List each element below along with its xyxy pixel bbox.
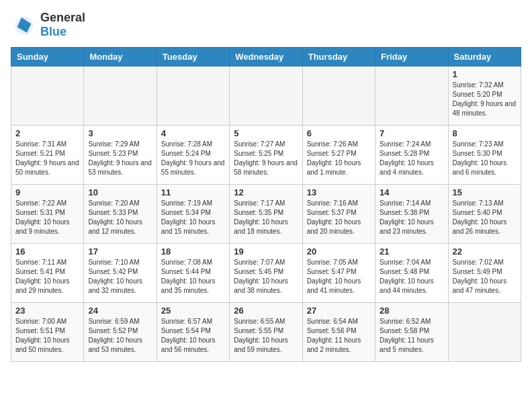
day-info: Sunrise: 7:24 AM Sunset: 5:28 PM Dayligh… (380, 140, 443, 177)
day-number: 16 (15, 246, 79, 257)
day-number: 12 (234, 187, 298, 197)
logo-svg-icon (11, 12, 38, 39)
day-info: Sunrise: 7:20 AM Sunset: 5:33 PM Dayligh… (88, 199, 152, 236)
day-info: Sunrise: 7:16 AM Sunset: 5:37 PM Dayligh… (307, 199, 371, 236)
day-info: Sunrise: 7:14 AM Sunset: 5:38 PM Dayligh… (380, 199, 443, 236)
logo-blue-label: Blue (40, 25, 85, 39)
calendar-week-row: 2Sunrise: 7:31 AM Sunset: 5:21 PM Daylig… (11, 126, 521, 185)
day-number: 6 (307, 128, 371, 138)
day-info: Sunrise: 6:59 AM Sunset: 5:52 PM Dayligh… (88, 317, 152, 355)
calendar-cell: 14Sunrise: 7:14 AM Sunset: 5:38 PM Dayli… (375, 185, 448, 244)
calendar-cell: 17Sunrise: 7:10 AM Sunset: 5:42 PM Dayli… (84, 244, 157, 303)
day-info: Sunrise: 7:32 AM Sunset: 5:20 PM Dayligh… (453, 81, 517, 118)
day-number: 3 (88, 128, 152, 138)
weekday-header-thursday: Thursday (302, 48, 375, 66)
calendar-cell: 19Sunrise: 7:07 AM Sunset: 5:45 PM Dayli… (230, 244, 302, 303)
day-info: Sunrise: 7:28 AM Sunset: 5:24 PM Dayligh… (161, 140, 225, 177)
calendar-week-row: 1Sunrise: 7:32 AM Sunset: 5:20 PM Daylig… (11, 66, 521, 126)
day-info: Sunrise: 7:13 AM Sunset: 5:40 PM Dayligh… (453, 199, 517, 236)
calendar-cell (302, 66, 375, 126)
day-number: 20 (307, 246, 371, 257)
day-number: 27 (307, 306, 371, 316)
day-number: 24 (88, 306, 152, 316)
day-number: 5 (234, 128, 298, 138)
calendar-cell: 16Sunrise: 7:11 AM Sunset: 5:41 PM Dayli… (11, 244, 84, 303)
calendar-cell: 8Sunrise: 7:23 AM Sunset: 5:30 PM Daylig… (448, 126, 521, 185)
calendar-cell: 12Sunrise: 7:17 AM Sunset: 5:35 PM Dayli… (230, 185, 302, 244)
calendar-header-row: SundayMondayTuesdayWednesdayThursdayFrid… (11, 48, 521, 66)
calendar-week-row: 16Sunrise: 7:11 AM Sunset: 5:41 PM Dayli… (11, 244, 521, 303)
weekday-header-tuesday: Tuesday (157, 48, 229, 66)
weekday-header-friday: Friday (375, 48, 448, 66)
day-info: Sunrise: 6:54 AM Sunset: 5:56 PM Dayligh… (307, 317, 371, 355)
day-number: 19 (234, 246, 298, 257)
day-number: 17 (88, 246, 152, 257)
day-info: Sunrise: 7:04 AM Sunset: 5:48 PM Dayligh… (380, 258, 443, 295)
day-info: Sunrise: 7:19 AM Sunset: 5:34 PM Dayligh… (161, 199, 225, 236)
calendar-cell: 20Sunrise: 7:05 AM Sunset: 5:47 PM Dayli… (302, 244, 375, 303)
day-info: Sunrise: 7:17 AM Sunset: 5:35 PM Dayligh… (234, 199, 298, 236)
calendar-cell: 23Sunrise: 7:00 AM Sunset: 5:51 PM Dayli… (11, 303, 84, 362)
calendar-cell: 26Sunrise: 6:55 AM Sunset: 5:55 PM Dayli… (230, 303, 302, 362)
calendar-cell: 18Sunrise: 7:08 AM Sunset: 5:44 PM Dayli… (157, 244, 229, 303)
day-info: Sunrise: 7:11 AM Sunset: 5:41 PM Dayligh… (15, 258, 79, 295)
calendar-cell (230, 66, 302, 126)
day-info: Sunrise: 7:02 AM Sunset: 5:49 PM Dayligh… (453, 258, 517, 295)
day-info: Sunrise: 7:08 AM Sunset: 5:44 PM Dayligh… (161, 258, 225, 295)
calendar-cell: 21Sunrise: 7:04 AM Sunset: 5:48 PM Dayli… (375, 244, 448, 303)
calendar-cell (84, 66, 157, 126)
calendar-cell (11, 66, 84, 126)
weekday-header-wednesday: Wednesday (230, 48, 302, 66)
day-number: 21 (380, 246, 443, 257)
calendar-cell: 15Sunrise: 7:13 AM Sunset: 5:40 PM Dayli… (448, 185, 521, 244)
calendar-cell: 13Sunrise: 7:16 AM Sunset: 5:37 PM Dayli… (302, 185, 375, 244)
calendar-cell: 9Sunrise: 7:22 AM Sunset: 5:31 PM Daylig… (11, 185, 84, 244)
calendar-cell: 1Sunrise: 7:32 AM Sunset: 5:20 PM Daylig… (448, 66, 521, 126)
calendar-week-row: 9Sunrise: 7:22 AM Sunset: 5:31 PM Daylig… (11, 185, 521, 244)
day-info: Sunrise: 7:10 AM Sunset: 5:42 PM Dayligh… (88, 258, 152, 295)
day-number: 23 (15, 306, 79, 316)
calendar-cell: 24Sunrise: 6:59 AM Sunset: 5:52 PM Dayli… (84, 303, 157, 362)
day-number: 25 (161, 306, 225, 316)
calendar-cell (375, 66, 448, 126)
day-number: 2 (15, 128, 79, 138)
calendar-cell (448, 303, 521, 362)
page-header: GeneralBlue (11, 11, 521, 39)
day-info: Sunrise: 6:57 AM Sunset: 5:54 PM Dayligh… (161, 317, 225, 355)
calendar-cell: 10Sunrise: 7:20 AM Sunset: 5:33 PM Dayli… (84, 185, 157, 244)
calendar-cell: 11Sunrise: 7:19 AM Sunset: 5:34 PM Dayli… (157, 185, 229, 244)
day-info: Sunrise: 7:26 AM Sunset: 5:27 PM Dayligh… (307, 140, 371, 177)
day-number: 4 (161, 128, 225, 138)
calendar-cell: 28Sunrise: 6:52 AM Sunset: 5:58 PM Dayli… (375, 303, 448, 362)
day-number: 11 (161, 187, 225, 197)
day-number: 9 (15, 187, 79, 197)
calendar-cell: 5Sunrise: 7:27 AM Sunset: 5:25 PM Daylig… (230, 126, 302, 185)
calendar-cell: 22Sunrise: 7:02 AM Sunset: 5:49 PM Dayli… (448, 244, 521, 303)
day-number: 15 (453, 187, 517, 197)
weekday-header-saturday: Saturday (448, 48, 521, 66)
day-info: Sunrise: 7:00 AM Sunset: 5:51 PM Dayligh… (15, 317, 79, 355)
calendar-cell: 25Sunrise: 6:57 AM Sunset: 5:54 PM Dayli… (157, 303, 229, 362)
day-number: 10 (88, 187, 152, 197)
day-info: Sunrise: 7:07 AM Sunset: 5:45 PM Dayligh… (234, 258, 298, 295)
day-number: 1 (453, 69, 517, 79)
calendar-cell: 6Sunrise: 7:26 AM Sunset: 5:27 PM Daylig… (302, 126, 375, 185)
calendar-table: SundayMondayTuesdayWednesdayThursdayFrid… (11, 47, 521, 362)
calendar-cell: 4Sunrise: 7:28 AM Sunset: 5:24 PM Daylig… (157, 126, 229, 185)
calendar-cell (157, 66, 229, 126)
day-number: 26 (234, 306, 298, 316)
calendar-cell: 3Sunrise: 7:29 AM Sunset: 5:23 PM Daylig… (84, 126, 157, 185)
weekday-header-sunday: Sunday (11, 48, 84, 66)
day-number: 8 (453, 128, 517, 138)
day-number: 28 (380, 306, 443, 316)
day-number: 18 (161, 246, 225, 257)
calendar-cell: 2Sunrise: 7:31 AM Sunset: 5:21 PM Daylig… (11, 126, 84, 185)
day-info: Sunrise: 7:05 AM Sunset: 5:47 PM Dayligh… (307, 258, 371, 295)
logo: GeneralBlue (11, 11, 85, 39)
day-info: Sunrise: 7:29 AM Sunset: 5:23 PM Dayligh… (88, 140, 152, 177)
day-info: Sunrise: 7:23 AM Sunset: 5:30 PM Dayligh… (453, 140, 517, 177)
day-info: Sunrise: 6:52 AM Sunset: 5:58 PM Dayligh… (380, 317, 443, 355)
day-number: 14 (380, 187, 443, 197)
day-info: Sunrise: 6:55 AM Sunset: 5:55 PM Dayligh… (234, 317, 298, 355)
day-info: Sunrise: 7:27 AM Sunset: 5:25 PM Dayligh… (234, 140, 298, 177)
